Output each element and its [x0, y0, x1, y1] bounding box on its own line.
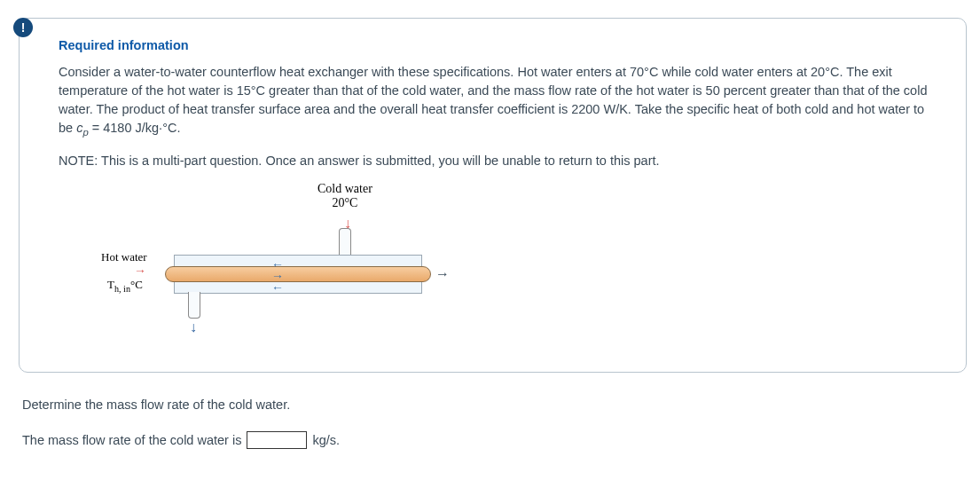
hot-water-label: Hot water [101, 251, 147, 264]
required-heading: Required information [59, 38, 937, 52]
alert-icon: ! [13, 18, 33, 37]
problem-statement: Consider a water-to-water counterflow he… [59, 63, 937, 139]
cp-value: = 4180 J/kg·°C. [92, 121, 181, 135]
cold-label-line2: 20°C [332, 196, 357, 209]
question-prompt: Determine the mass flow rate of the cold… [22, 398, 967, 412]
counterflow-arrow-icon: ← [271, 280, 284, 295]
mass-flow-input[interactable] [247, 431, 307, 449]
cold-label-line1: Cold water [318, 182, 372, 195]
cp-subscript: p [82, 127, 88, 138]
answer-line: The mass flow rate of the cold water is … [22, 431, 967, 449]
question-container: ! Required information Consider a water-… [13, 18, 967, 449]
problem-text-main: Consider a water-to-water counterflow he… [59, 65, 927, 135]
answer-area: Determine the mass flow rate of the cold… [22, 398, 967, 449]
cold-inlet-pipe [339, 228, 351, 256]
alert-glyph: ! [21, 20, 26, 35]
required-info-box: Required information Consider a water-to… [19, 18, 967, 373]
answer-unit: kg/s. [312, 433, 340, 447]
hot-inlet-arrow-icon: → [134, 264, 146, 278]
cold-outlet-arrow-icon: ↓ [190, 319, 197, 335]
multipart-note: NOTE: This is a multi-part question. Onc… [59, 154, 937, 168]
thin-sub: h, in [114, 284, 130, 294]
hot-outlet-arrow-icon: → [435, 266, 450, 282]
answer-prefix: The mass flow rate of the cold water is [22, 433, 241, 447]
inner-tube [165, 266, 431, 282]
heat-exchanger-diagram: Cold water 20°C ↓ → ← → ← ↓ Hot water → … [85, 182, 458, 350]
thin-unit: °C [130, 278, 143, 291]
cold-outlet-pipe [188, 292, 200, 319]
thin-prefix: T [107, 278, 114, 291]
cold-water-label: Cold water 20°C [318, 182, 372, 210]
t-hot-in-label: Th, in°C [107, 278, 143, 294]
